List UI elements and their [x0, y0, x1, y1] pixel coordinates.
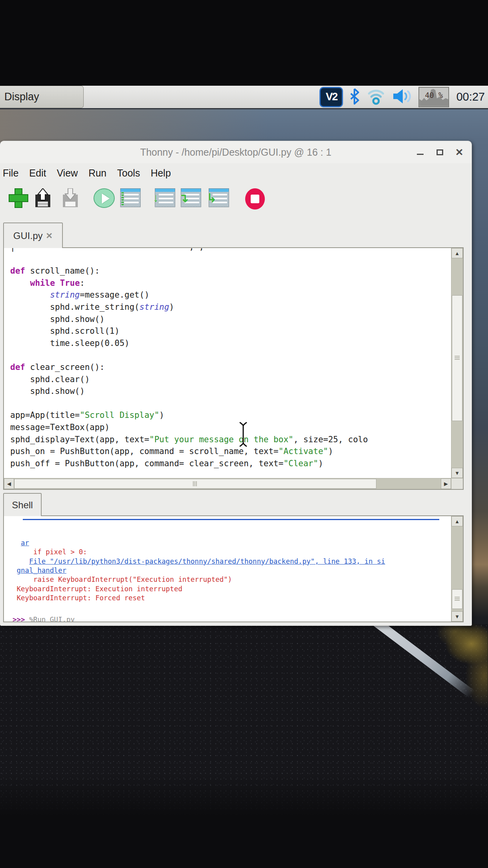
tab-gui-py[interactable]: GUI.py ✕: [3, 223, 63, 248]
taskbar: Display V2 40 % 00:27: [0, 86, 488, 109]
shell-panel: ar if pixel > 0: File "/usr/lib/python3/…: [3, 515, 464, 622]
editor-vertical-scrollbar[interactable]: ▲ ▼: [451, 248, 463, 478]
minimize-icon: [417, 154, 424, 155]
cpu-usage-label: 40 %: [419, 91, 448, 99]
editor-hscroll-thumb[interactable]: [14, 479, 376, 489]
scroll-left-arrow[interactable]: ◀: [4, 478, 14, 489]
new-file-icon: [9, 188, 28, 208]
vnc-icon[interactable]: V2: [319, 87, 343, 107]
step-out-icon: ↳: [209, 188, 229, 207]
maximize-icon: [437, 149, 443, 155]
save-file-icon: [61, 188, 79, 209]
shell-lines: ar if pixel > 0: File "/usr/lib/python3/…: [13, 539, 451, 622]
menu-help[interactable]: Help: [150, 167, 171, 179]
bluetooth-icon[interactable]: [349, 88, 360, 107]
scrollbar-corner: [451, 478, 463, 489]
minimize-button[interactable]: [415, 147, 425, 157]
taskbar-window-button-label: Display: [4, 91, 39, 103]
menu-edit[interactable]: Edit: [29, 167, 46, 179]
step-out-button[interactable]: ↳: [209, 188, 229, 207]
window-title: Thonny - /home/pi/Desktop/GUI.py @ 16 : …: [0, 147, 471, 158]
step-into-button[interactable]: ↴: [181, 188, 201, 207]
code-lines: | , , def scroll_name(): while True: str…: [10, 248, 451, 469]
menu-tools[interactable]: Tools: [117, 167, 140, 179]
wallpaper-road-shadow: [0, 774, 488, 868]
window-controls: ✕: [415, 141, 464, 163]
code-text-area[interactable]: | , , def scroll_name(): while True: str…: [4, 248, 451, 478]
wallpaper-cloud-tint: [0, 109, 488, 143]
shell-vertical-scrollbar[interactable]: ▲ ▼: [451, 516, 463, 622]
editor-horizontal-scrollbar[interactable]: ◀ ▶: [4, 478, 451, 489]
code-editor-panel: | , , def scroll_name(): while True: str…: [3, 247, 464, 490]
run-script-button[interactable]: [94, 188, 115, 208]
scroll-up-arrow[interactable]: ▲: [451, 248, 463, 258]
run-icon: [94, 188, 115, 208]
tab-close-icon[interactable]: ✕: [46, 231, 53, 241]
shell-scroll-down-arrow[interactable]: ▼: [451, 611, 463, 622]
editor-vscroll-thumb[interactable]: [452, 295, 462, 421]
shell-vscroll-thumb[interactable]: [452, 589, 462, 609]
menu-file[interactable]: File: [3, 167, 18, 179]
menubar: File Edit View Run Tools Help: [3, 163, 171, 183]
volume-icon[interactable]: [392, 88, 413, 107]
thonny-window: Thonny - /home/pi/Desktop/GUI.py @ 16 : …: [0, 141, 472, 626]
shell-scroll-up-arrow[interactable]: ▲: [451, 516, 463, 526]
titlebar[interactable]: Thonny - /home/pi/Desktop/GUI.py @ 16 : …: [0, 141, 471, 163]
system-tray: V2 40 % 00:27: [319, 86, 485, 108]
shell-text-area[interactable]: ar if pixel > 0: File "/usr/lib/python3/…: [4, 516, 451, 622]
close-button[interactable]: ✕: [454, 147, 464, 157]
stop-button[interactable]: [245, 188, 265, 210]
close-icon: ✕: [455, 147, 464, 158]
tab-gui-py-label: GUI.py: [13, 230, 43, 241]
new-file-button[interactable]: [9, 188, 28, 208]
wifi-icon[interactable]: [366, 87, 386, 107]
debug-icon: [120, 188, 141, 207]
open-file-button[interactable]: [34, 188, 52, 209]
clock[interactable]: 00:27: [456, 90, 485, 103]
open-file-icon: [34, 188, 52, 209]
toolbar: ↓ ↴ ↳: [0, 183, 471, 222]
step-over-icon: ↓: [155, 188, 175, 207]
step-into-icon: ↴: [181, 188, 201, 207]
taskbar-window-button-display[interactable]: Display: [0, 86, 84, 108]
debug-script-button[interactable]: [120, 188, 141, 207]
stop-icon: [245, 188, 265, 210]
tab-shell-label: Shell: [12, 500, 33, 511]
maximize-button[interactable]: [435, 147, 445, 157]
tab-shell[interactable]: Shell: [3, 493, 42, 516]
menu-run[interactable]: Run: [88, 167, 106, 179]
step-over-button[interactable]: ↓: [155, 188, 175, 207]
text-cursor: [237, 421, 249, 449]
cpu-monitor[interactable]: 40 %: [418, 87, 449, 107]
scroll-right-arrow[interactable]: ▶: [441, 478, 451, 489]
scroll-down-arrow[interactable]: ▼: [451, 468, 463, 478]
save-file-button[interactable]: [61, 188, 79, 209]
menu-view[interactable]: View: [57, 167, 78, 179]
